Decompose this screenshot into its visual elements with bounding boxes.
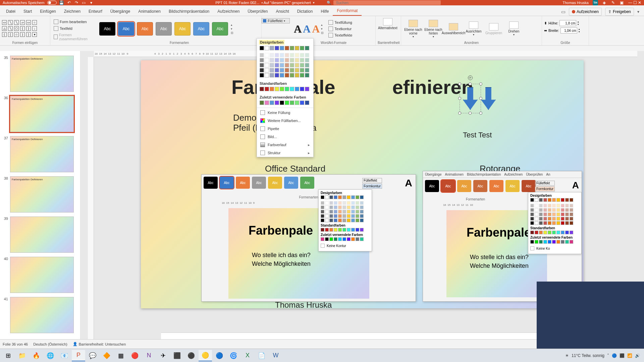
bring-front-button[interactable]: Ebene nach vorne▾	[403, 19, 423, 39]
style-swatch-1[interactable]: Abc	[118, 22, 134, 36]
thumb-39[interactable]: 39	[0, 215, 80, 255]
picture-item[interactable]: Bild...	[257, 133, 313, 141]
user-name[interactable]: Thomas Hruska	[562, 1, 589, 5]
tab-start[interactable]: Start	[19, 7, 36, 16]
author-text[interactable]: Thomas Hruska	[275, 300, 332, 310]
slide-thumbnails[interactable]: 35Farbenpaletten Definieren36Farbenpalet…	[0, 51, 80, 353]
autosave-toggle[interactable]	[47, 1, 57, 5]
merge-shapes-button[interactable]: Formen zusammenführen	[52, 32, 95, 42]
tab-uebergaenge[interactable]: Übergänge	[106, 7, 134, 16]
undo-icon[interactable]: ↶	[67, 0, 71, 5]
text-outline-button[interactable]: Textkontur	[327, 26, 354, 32]
outlook-icon[interactable]: 📧	[58, 350, 71, 361]
comments-icon[interactable]: ▭	[561, 9, 566, 14]
redo-icon[interactable]: ↷	[74, 0, 79, 5]
tab-formformat[interactable]: Formformat	[333, 6, 362, 16]
edit-shape-button[interactable]: Form bearbeiten	[52, 19, 95, 25]
word-icon[interactable]: W	[269, 350, 282, 361]
share-button[interactable]: ⇪Freigeben	[605, 8, 634, 16]
width-input[interactable]	[560, 27, 577, 34]
powerpoint-icon[interactable]: P	[72, 350, 85, 361]
rotate-button[interactable]: Drehen▾	[504, 21, 524, 37]
no-fill-item[interactable]: Keine Füllung	[257, 109, 313, 117]
send-back-button[interactable]: Ebene nach hinten▾	[423, 19, 443, 39]
eyedropper-item[interactable]: Pipette	[257, 125, 313, 133]
tray-chevron-icon[interactable]: ˄	[607, 353, 609, 358]
thumb-35[interactable]: 35Farbenpaletten Definieren	[0, 54, 80, 94]
style-swatches[interactable]: AbcAbcAbcAbcAbcAbcAbc	[99, 22, 228, 36]
style-swatch-5[interactable]: Abc	[193, 22, 209, 36]
slide-demo[interactable]: Demo	[233, 113, 256, 123]
align-button[interactable]: Ausrichten▾	[464, 21, 484, 37]
wordart-style-2[interactable]: A	[303, 23, 311, 35]
tab-datei[interactable]: Datei	[2, 7, 19, 16]
app-icon-3[interactable]: 🔴	[128, 350, 142, 361]
wordart-style-3[interactable]: A	[312, 23, 320, 35]
slide-canvas[interactable]: Farbenpaleefinieren Demo Pfeil (Füllung)…	[141, 60, 584, 308]
design-colors-row[interactable]	[257, 45, 313, 52]
search-input[interactable]	[333, 0, 441, 5]
arrow-shapes[interactable]: ⟳	[463, 87, 496, 110]
styles-up-icon[interactable]: ▴	[231, 23, 233, 26]
app-icon-7[interactable]: 📄	[255, 350, 268, 361]
style-swatch-4[interactable]: Abc	[174, 22, 191, 36]
maximize-button[interactable]: ☐	[633, 0, 637, 5]
office-standard-label[interactable]: Office Standard	[265, 164, 325, 174]
window-icon[interactable]: ▣	[620, 0, 624, 5]
textfield-button[interactable]: Textfeld	[52, 25, 95, 32]
excel-icon[interactable]: X	[241, 350, 254, 361]
pen-icon[interactable]: ✎	[611, 0, 615, 5]
telegram-icon[interactable]: ✈	[156, 350, 170, 361]
thumb-41[interactable]: 41	[0, 295, 80, 335]
wifi-icon[interactable]: 📶	[627, 353, 632, 358]
chrome-icon[interactable]: 🌐	[44, 350, 57, 361]
tab-animationen[interactable]: Animationen	[134, 7, 165, 16]
app-icon-1[interactable]: 💬	[86, 350, 99, 361]
styles-down-icon[interactable]: ▾	[231, 27, 233, 31]
minimize-button[interactable]: —	[628, 0, 632, 5]
test-text[interactable]: Test Test	[463, 131, 492, 139]
tab-hilfe[interactable]: Hilfe	[317, 7, 333, 16]
gradient-item[interactable]: Farbverlauf▸	[257, 141, 313, 149]
touch-mode-icon[interactable]: ▭	[82, 0, 86, 5]
obs-icon[interactable]: ⚫	[184, 350, 198, 361]
title-dropdown-icon[interactable]: ▾	[313, 1, 315, 4]
rotate-handle-icon[interactable]: ⟳	[468, 75, 473, 80]
tab-ueberpruefen[interactable]: Überprüfen	[244, 7, 272, 16]
thumb-38[interactable]: 38Farbenpaletten Definieren	[0, 174, 80, 215]
standard-colors-row[interactable]	[257, 86, 313, 93]
alt-text-button[interactable]: Alternativtext	[378, 17, 398, 31]
qat-more-icon[interactable]: ▾	[89, 0, 94, 5]
tab-bildschirm[interactable]: Bildschirmpräsentation	[165, 7, 213, 16]
onenote-icon[interactable]: N	[142, 350, 156, 361]
tab-aufzeichnen[interactable]: Aufzeichnen	[213, 7, 244, 16]
more-colors-item[interactable]: Weitere Füllfarben...	[257, 117, 313, 125]
accessibility-status[interactable]: 👤Barrierefreiheit: Untersuchen	[73, 342, 126, 346]
app-icon-5[interactable]: 🟡	[199, 350, 212, 361]
system-tray[interactable]: ☀ 11°C Teilw. sonnig ˄ 🔵 ⬛ 📶 🔊	[565, 353, 643, 358]
save-icon[interactable]: 💾	[59, 0, 64, 5]
tab-zeichnen[interactable]: Zeichnen	[60, 7, 85, 16]
text-effects-button[interactable]: Texteffekte	[327, 32, 354, 38]
design-colors-shades[interactable]	[257, 52, 313, 79]
wordart-style-1[interactable]: A	[294, 23, 302, 35]
style-swatch-2[interactable]: Abc	[137, 22, 153, 36]
close-button[interactable]: ✕	[638, 0, 641, 5]
recent-colors-row[interactable]	[257, 100, 313, 107]
text-fill-button[interactable]: Textfüllung	[327, 19, 354, 25]
thumb-36[interactable]: 36Farbenpaletten Definieren	[0, 94, 80, 134]
start-button[interactable]: ⊞	[1, 350, 15, 361]
group-button[interactable]: Gruppieren	[484, 22, 504, 36]
user-avatar[interactable]: TH	[593, 0, 598, 5]
app-icon-6[interactable]: 🔵	[213, 350, 226, 361]
slide-counter[interactable]: Folie 36 von 46	[3, 342, 28, 346]
firefox-icon[interactable]: 🔥	[30, 350, 43, 361]
sound-icon[interactable]: 🔊	[635, 353, 640, 358]
style-swatch-6[interactable]: Abc	[212, 22, 228, 36]
texture-item[interactable]: Struktur▸	[257, 149, 313, 157]
shape-gallery[interactable]: ▭╲╲▱▭○ △╲⬡{}↓ ({☆)}▾	[2, 20, 38, 38]
tab-entwurf[interactable]: Entwurf	[85, 7, 106, 16]
tab-einfuegen[interactable]: Einfügen	[36, 7, 60, 16]
edge-icon[interactable]: 🌀	[227, 350, 240, 361]
tab-ansicht[interactable]: Ansicht	[272, 7, 293, 16]
